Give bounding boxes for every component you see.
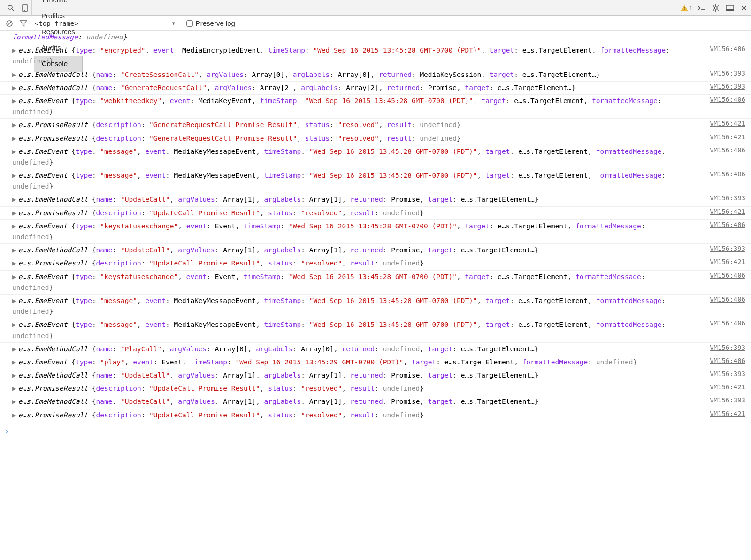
- source-link[interactable]: VM156:393: [710, 370, 745, 378]
- source-link[interactable]: VM156:393: [710, 83, 745, 90]
- log-row: VM156:406▶e…s.EmeEvent {type: "message",…: [0, 169, 751, 193]
- frame-selector[interactable]: <top frame> ▼: [33, 19, 177, 28]
- expand-triangle-icon[interactable]: ▶: [12, 196, 16, 203]
- dock-side-icon[interactable]: [723, 0, 737, 16]
- expand-triangle-icon[interactable]: ▶: [12, 97, 16, 105]
- source-link[interactable]: VM156:406: [710, 357, 745, 364]
- expand-triangle-icon[interactable]: ▶: [12, 246, 16, 254]
- console-prompt[interactable]: ›: [0, 425, 751, 438]
- expand-triangle-icon[interactable]: ▶: [12, 345, 16, 353]
- source-link[interactable]: VM156:406: [710, 96, 745, 103]
- log-body[interactable]: ▶e…s.PromiseResult {description: "Update…: [12, 383, 751, 394]
- svg-line-12: [713, 5, 714, 6]
- expand-triangle-icon[interactable]: ▶: [12, 411, 16, 419]
- log-body[interactable]: ▶e…s.EmeEvent {type: "webkitneedkey", ev…: [12, 96, 751, 117]
- expand-triangle-icon[interactable]: ▶: [12, 273, 16, 280]
- expand-triangle-icon[interactable]: ▶: [12, 172, 16, 179]
- source-link[interactable]: VM156:421: [710, 258, 745, 265]
- log-body[interactable]: ▶e…s.EmeMethodCall {name: "UpdateCall", …: [12, 194, 751, 205]
- frame-selector-value: <top frame>: [35, 20, 78, 27]
- log-body[interactable]: ▶e…s.EmeMethodCall {name: "PlayCall", ar…: [12, 344, 751, 355]
- show-console-icon[interactable]: [695, 0, 709, 16]
- log-body[interactable]: ▶e…s.EmeEvent {type: "keystatuseschange"…: [12, 272, 751, 293]
- expand-triangle-icon[interactable]: ▶: [12, 148, 16, 155]
- tab-timeline[interactable]: Timeline: [34, 0, 83, 8]
- log-row: VM156:421▶e…s.PromiseResult {description…: [0, 382, 751, 395]
- log-body[interactable]: ▶e…s.PromiseResult {description: "Update…: [12, 258, 751, 269]
- log-body[interactable]: ▶e…s.EmeEvent {type: "message", event: M…: [12, 295, 751, 317]
- log-body[interactable]: ▶e…s.PromiseResult {description: "Update…: [12, 410, 751, 421]
- source-link[interactable]: VM156:406: [710, 295, 745, 303]
- log-row: VM156:393▶e…s.EmeMethodCall {name: "Upda…: [0, 369, 751, 382]
- log-row: VM156:393▶e…s.EmeMethodCall {name: "Upda…: [0, 395, 751, 409]
- log-row: VM156:421▶e…s.PromiseResult {description…: [0, 257, 751, 270]
- expand-triangle-icon[interactable]: ▶: [12, 46, 16, 54]
- log-body[interactable]: ▶e…s.EmeEvent {type: "message", event: M…: [12, 146, 751, 168]
- svg-rect-17: [726, 9, 734, 11]
- source-link[interactable]: VM156:421: [710, 208, 745, 215]
- expand-triangle-icon[interactable]: ▶: [12, 121, 16, 129]
- source-link[interactable]: VM156:406: [710, 170, 745, 178]
- source-link[interactable]: VM156:406: [710, 319, 745, 327]
- source-link[interactable]: VM156:421: [710, 410, 745, 417]
- log-body[interactable]: ▶e…s.EmeEvent {type: "message", event: M…: [12, 319, 751, 341]
- expand-triangle-icon[interactable]: ▶: [12, 385, 16, 392]
- source-link[interactable]: VM156:393: [710, 245, 745, 252]
- expand-triangle-icon[interactable]: ▶: [12, 84, 16, 91]
- expand-triangle-icon[interactable]: ▶: [12, 135, 16, 142]
- expand-triangle-icon[interactable]: ▶: [12, 209, 16, 217]
- expand-triangle-icon[interactable]: ▶: [12, 321, 16, 328]
- expand-triangle-icon[interactable]: ▶: [12, 297, 16, 304]
- log-row: VM156:406▶e…s.EmeEvent {type: "message",…: [0, 295, 751, 318]
- log-body[interactable]: ▶e…s.EmeEvent {type: "message", event: M…: [12, 170, 751, 192]
- log-row: VM156:393▶e…s.EmeMethodCall {name: "Play…: [0, 343, 751, 356]
- source-link[interactable]: VM156:393: [710, 344, 745, 351]
- svg-line-14: [713, 9, 714, 10]
- source-link[interactable]: VM156:421: [710, 383, 745, 391]
- log-body[interactable]: ▶e…s.EmeMethodCall {name: "CreateSession…: [12, 69, 751, 80]
- expand-triangle-icon[interactable]: ▶: [12, 371, 16, 379]
- preserve-log-checkbox[interactable]: Preserve log: [186, 19, 235, 27]
- source-link[interactable]: VM156:406: [710, 221, 745, 228]
- warnings-badge[interactable]: 1: [681, 4, 693, 12]
- log-row: VM156:406▶e…s.EmeEvent {type: "encrypted…: [0, 44, 751, 68]
- expand-triangle-icon[interactable]: ▶: [12, 259, 16, 267]
- log-body[interactable]: ▶e…s.EmeMethodCall {name: "UpdateCall", …: [12, 370, 751, 381]
- log-body[interactable]: ▶e…s.PromiseResult {description: "Update…: [12, 208, 751, 219]
- log-body[interactable]: ▶e…s.EmeEvent {type: "keystatuseschange"…: [12, 221, 751, 242]
- clear-console-icon[interactable]: [5, 15, 14, 31]
- expand-triangle-icon[interactable]: ▶: [12, 222, 16, 230]
- svg-line-13: [718, 9, 719, 10]
- log-body[interactable]: ▶e…s.EmeMethodCall {name: "GenerateReque…: [12, 83, 751, 93]
- source-link[interactable]: VM156:421: [710, 133, 745, 141]
- expand-triangle-icon[interactable]: ▶: [12, 358, 16, 366]
- expand-triangle-icon[interactable]: ▶: [12, 71, 16, 78]
- log-row: VM156:393▶e…s.EmeMethodCall {name: "Upda…: [0, 193, 751, 206]
- source-link[interactable]: VM156:406: [710, 146, 745, 154]
- log-body[interactable]: ▶e…s.EmeEvent {type: "encrypted", event:…: [12, 45, 751, 67]
- log-row: VM156:393▶e…s.EmeMethodCall {name: "Crea…: [0, 68, 751, 82]
- search-icon[interactable]: [4, 0, 18, 16]
- log-body[interactable]: ▶e…s.EmeMethodCall {name: "UpdateCall", …: [12, 396, 751, 407]
- log-body[interactable]: ▶e…s.EmeMethodCall {name: "UpdateCall", …: [12, 245, 751, 256]
- close-icon[interactable]: [737, 0, 751, 16]
- source-link[interactable]: VM156:406: [710, 45, 745, 53]
- source-link[interactable]: VM156:393: [710, 194, 745, 202]
- log-row: VM156:393▶e…s.EmeMethodCall {name: "Upda…: [0, 244, 751, 257]
- log-body[interactable]: ▶e…s.PromiseResult {description: "Genera…: [12, 133, 751, 144]
- svg-line-15: [718, 5, 719, 6]
- log-row: VM156:406▶e…s.EmeEvent {type: "keystatus…: [0, 271, 751, 295]
- svg-point-0: [8, 5, 12, 9]
- expand-triangle-icon[interactable]: ▶: [12, 398, 16, 405]
- source-link[interactable]: VM156:406: [710, 272, 745, 279]
- log-row: VM156:421▶e…s.PromiseResult {description…: [0, 119, 751, 132]
- source-link[interactable]: VM156:421: [710, 120, 745, 127]
- device-mode-icon[interactable]: [18, 0, 32, 16]
- log-body[interactable]: ▶e…s.EmeEvent {type: "play", event: Even…: [12, 357, 751, 368]
- source-link[interactable]: VM156:393: [710, 396, 745, 404]
- source-link[interactable]: VM156:393: [710, 69, 745, 77]
- log-body[interactable]: ▶e…s.PromiseResult {description: "Genera…: [12, 120, 751, 130]
- filter-icon[interactable]: [19, 15, 28, 31]
- preserve-log-input[interactable]: [186, 20, 193, 27]
- settings-gear-icon[interactable]: [709, 0, 723, 16]
